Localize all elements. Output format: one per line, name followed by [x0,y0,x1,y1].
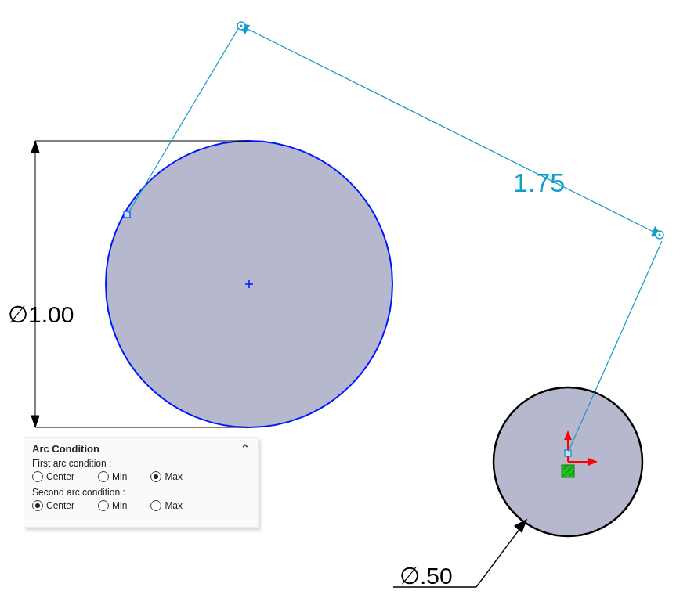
dim-small-diameter-text: ∅.50 [400,563,453,589]
first-arc-label: First arc condition : [32,458,250,469]
panel-title: Arc Condition [32,443,99,455]
second-min-radio[interactable] [98,500,109,511]
collapse-icon[interactable]: ⌃ [240,442,250,455]
second-arc-label: Second arc condition : [32,487,250,498]
svg-point-22 [240,25,243,27]
dim-distance-text: 1.75 [513,168,565,197]
first-max-radio[interactable] [150,471,161,482]
dim-large-diameter-text: ∅1.00 [8,301,74,327]
svg-rect-10 [565,450,571,456]
first-min-radio[interactable] [98,471,109,482]
second-arc-options: Center Min Max [32,500,250,511]
first-arc-options: Center Min Max [32,471,250,482]
svg-point-24 [659,234,661,236]
second-center-radio[interactable] [32,500,43,511]
svg-line-25 [476,522,525,587]
svg-marker-14 [31,141,39,153]
svg-marker-27 [515,520,526,532]
arc-condition-panel: Arc Condition ⌃ First arc condition : Ce… [24,437,259,528]
svg-marker-15 [31,416,39,427]
first-center-radio[interactable] [32,471,43,482]
second-max-radio[interactable] [150,500,161,511]
